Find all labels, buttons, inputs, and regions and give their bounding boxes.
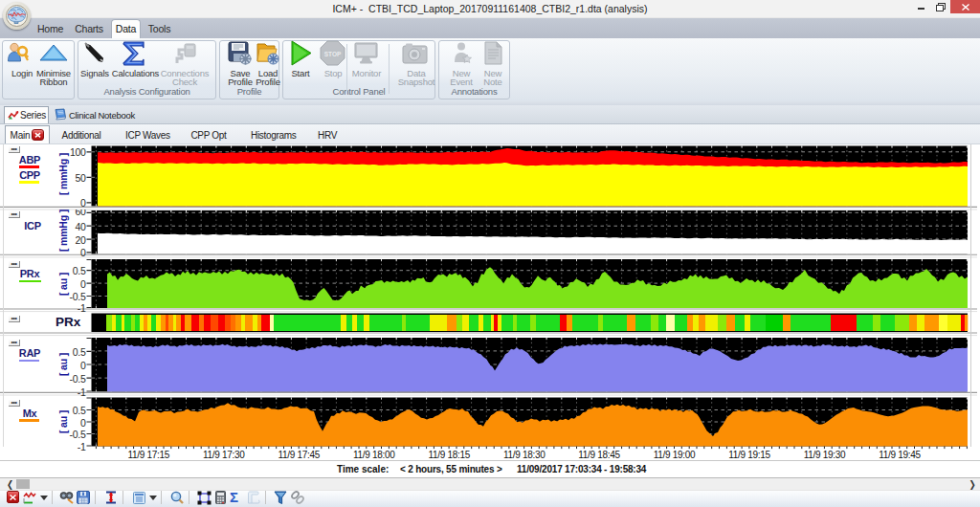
svg-text:STOP: STOP [324, 51, 342, 57]
